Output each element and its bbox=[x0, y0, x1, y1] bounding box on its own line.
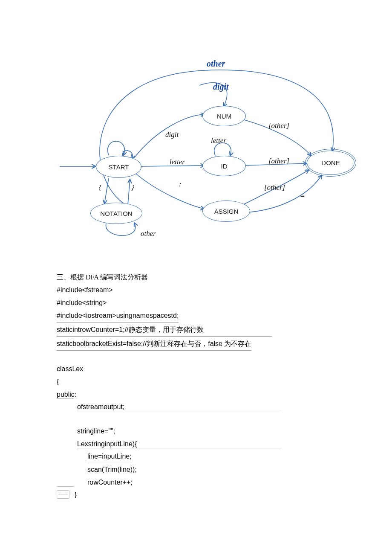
label-open-brace: { bbox=[99, 183, 102, 192]
dfa-diagram: START NOTATION NUM ID ASSIGN DONE other … bbox=[60, 60, 358, 243]
label-close-brace: } bbox=[131, 183, 134, 192]
code-line-10: stringline=""; bbox=[57, 425, 338, 438]
label-digit-top: digit bbox=[213, 82, 229, 92]
code-line-15: } bbox=[75, 491, 77, 498]
label-letter-loop: letter bbox=[211, 137, 226, 145]
code-line-3: #include<iostream>usingnamespacestd; bbox=[57, 309, 179, 323]
section-title: 三、根据 DFA 编写词法分析器 bbox=[57, 271, 338, 284]
label-digit: digit bbox=[165, 131, 179, 139]
label-colon: : bbox=[179, 180, 182, 189]
code-line-6: classLex bbox=[57, 363, 338, 375]
state-assign: ASSIGN bbox=[202, 200, 250, 222]
code-line-9: ofstreamoutput; bbox=[77, 403, 124, 410]
margin-handle-icon bbox=[57, 490, 69, 499]
state-done: DONE bbox=[307, 151, 355, 175]
label-notation-other: other bbox=[141, 230, 156, 238]
label-letter: letter bbox=[170, 158, 185, 166]
code-line-13: scan(Trim(line)); bbox=[57, 463, 338, 476]
code-line-7: { bbox=[57, 375, 338, 388]
page: START NOTATION NUM ID ASSIGN DONE other … bbox=[0, 0, 392, 555]
state-start: START bbox=[96, 156, 141, 178]
code-line-1: #include<fstream> bbox=[57, 284, 338, 296]
label-eq: = bbox=[300, 192, 305, 200]
label-other-top: other bbox=[207, 59, 225, 69]
code-line-8: public: bbox=[57, 388, 338, 401]
state-num: NUM bbox=[202, 106, 246, 126]
code-line-11: LexstringinputLine){ bbox=[57, 438, 338, 450]
label-num-other: [other] bbox=[268, 122, 289, 130]
code-line-2: #include<string> bbox=[57, 296, 338, 309]
code-line-4: staticintrowCounter=1;//静态变量，用于存储行数 bbox=[57, 323, 272, 337]
code-block: 三、根据 DFA 编写词法分析器 #include<fstream> #incl… bbox=[57, 271, 338, 501]
code-line-14: rowCounter++; bbox=[57, 476, 338, 489]
state-id: ID bbox=[202, 156, 246, 176]
label-id-other: [other] bbox=[268, 157, 289, 166]
state-notation: NOTATION bbox=[90, 203, 142, 224]
code-line-5: staticboolbracketExist=false;//判断注释存在与否，… bbox=[57, 337, 251, 351]
code-line-12: line=inputLine; bbox=[87, 450, 132, 463]
label-assign-other: [other] bbox=[264, 183, 285, 192]
